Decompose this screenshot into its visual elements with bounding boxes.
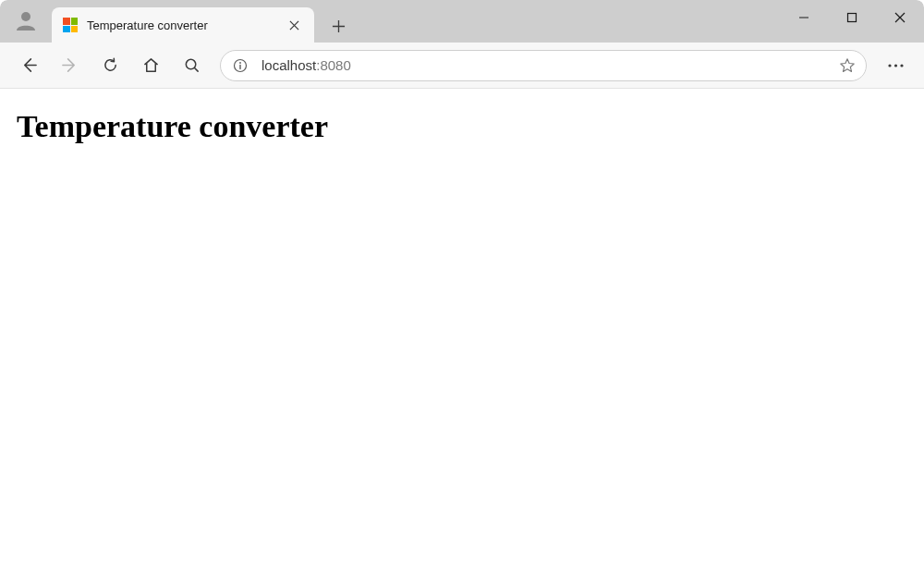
browser-chrome: Temperature converter (0, 0, 924, 89)
profile-icon (15, 9, 37, 31)
close-icon (289, 20, 299, 31)
svg-point-4 (239, 62, 241, 64)
browser-tab[interactable]: Temperature converter (52, 7, 314, 43)
close-icon (894, 12, 906, 23)
toolbar: localhost:8080 (0, 43, 924, 89)
tab-close-button[interactable] (283, 14, 305, 36)
svg-rect-1 (848, 14, 857, 22)
address-bar[interactable]: localhost:8080 (220, 50, 867, 81)
back-button[interactable] (11, 48, 46, 83)
svg-point-6 (894, 64, 896, 67)
minimize-icon (798, 12, 809, 23)
search-icon (183, 56, 201, 74)
maximize-icon (846, 12, 857, 23)
svg-point-7 (900, 64, 903, 67)
url-text: localhost:8080 (261, 57, 834, 73)
new-tab-button[interactable] (322, 9, 355, 43)
home-button[interactable] (133, 48, 168, 83)
tab-title: Temperature converter (87, 18, 283, 32)
window-controls (780, 0, 924, 35)
arrow-right-icon (61, 56, 79, 74)
search-button[interactable] (174, 48, 209, 83)
page-heading: Temperature converter (17, 109, 907, 144)
more-horizontal-icon (888, 64, 904, 67)
arrow-left-icon (20, 56, 38, 74)
url-port: 8080 (320, 57, 350, 73)
svg-point-5 (888, 64, 891, 67)
url-host: localhost (261, 57, 316, 73)
profile-button[interactable] (13, 7, 39, 33)
site-info-button[interactable] (232, 57, 249, 74)
titlebar: Temperature converter (0, 0, 924, 43)
refresh-button[interactable] (92, 48, 128, 83)
plus-icon (332, 19, 346, 33)
info-icon (233, 58, 248, 73)
svg-point-0 (21, 12, 30, 21)
close-window-button[interactable] (876, 0, 924, 35)
favorite-button[interactable] (834, 53, 860, 79)
refresh-icon (102, 56, 119, 74)
star-icon (839, 57, 856, 74)
maximize-button[interactable] (828, 0, 876, 35)
settings-menu-button[interactable] (878, 48, 913, 83)
forward-button (52, 48, 87, 83)
home-icon (142, 56, 160, 74)
minimize-button[interactable] (780, 0, 828, 35)
page-content: Temperature converter (0, 89, 924, 574)
microsoft-favicon-icon (63, 18, 78, 32)
